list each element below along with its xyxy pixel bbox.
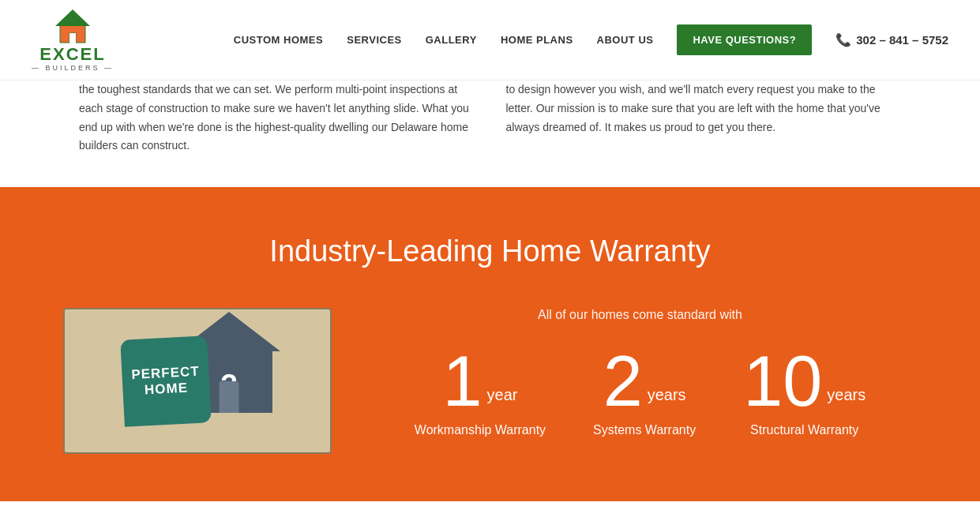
site-header: EXCEL — BUILDERS — CUSTOM HOMES SERVICES… <box>0 0 980 81</box>
phone-display: 📞 302 – 841 – 5752 <box>835 32 948 47</box>
warranty-label-3: Structural Warranty <box>750 423 858 437</box>
warranty-number-row-3: 10 years <box>743 346 865 417</box>
nav-about-us[interactable]: ABOUT US <box>597 34 654 46</box>
nav-home-plans[interactable]: HOME PLANS <box>501 34 573 46</box>
warranty-stats: All of our homes come standard with 1 ye… <box>363 308 917 437</box>
warranty-item-systems: 2 years Systems Warranty <box>593 346 696 437</box>
nav-gallery[interactable]: GALLERY <box>426 34 477 46</box>
top-col-left-text: the toughest standards that we can set. … <box>79 81 475 156</box>
svg-marker-2 <box>55 9 90 26</box>
logo[interactable]: EXCEL — BUILDERS — <box>32 8 114 72</box>
warranty-title: Industry-Leading Home Warranty <box>269 234 710 268</box>
top-col-right-text: to design however you wish, and we'll ma… <box>506 81 902 137</box>
main-nav: CUSTOM HOMES SERVICES GALLERY HOME PLANS… <box>234 24 948 55</box>
top-content-section: the toughest standards that we can set. … <box>0 81 980 187</box>
warranty-unit-2: years <box>648 386 686 404</box>
perfect-home-line1: PERFECT <box>131 363 200 383</box>
logo-text: EXCEL <box>39 46 105 63</box>
warranty-section: Industry-Leading Home Warranty PERFECT H… <box>0 187 980 501</box>
nav-custom-homes[interactable]: CUSTOM HOMES <box>234 34 323 46</box>
perfect-home-sign: PERFECT HOME <box>120 335 212 427</box>
warranty-number-3: 10 <box>743 346 822 417</box>
top-col-right: to design however you wish, and we'll ma… <box>490 81 918 156</box>
perfect-home-line2: HOME <box>145 380 189 398</box>
svg-rect-3 <box>69 33 76 43</box>
warranty-number-row-1: 1 year <box>442 346 517 417</box>
warranty-item-structural: 10 years Structural Warranty <box>743 346 865 437</box>
logo-sub: — BUILDERS — <box>32 64 114 72</box>
warranty-unit-1: year <box>487 386 518 404</box>
warranty-image: PERFECT HOME ? <box>63 308 332 454</box>
warranty-label-2: Systems Warranty <box>593 423 696 437</box>
warranty-number-1: 1 <box>442 346 482 417</box>
warranty-number-2: 2 <box>603 346 643 417</box>
warranty-items-list: 1 year Workmanship Warranty 2 years Syst… <box>363 346 917 437</box>
warranty-content: PERFECT HOME ? All of our homes come sta… <box>63 308 917 454</box>
warranty-unit-3: years <box>827 386 865 404</box>
house-door <box>220 381 239 413</box>
phone-icon: 📞 <box>835 32 851 47</box>
top-col-left: the toughest standards that we can set. … <box>63 81 490 156</box>
have-questions-button[interactable]: HAVE QUESTIONS? <box>677 24 812 55</box>
warranty-number-row-2: 2 years <box>603 346 686 417</box>
logo-icon <box>54 8 92 46</box>
warranty-subtitle: All of our homes come standard with <box>538 308 742 322</box>
nav-services[interactable]: SERVICES <box>347 34 402 46</box>
warranty-label-1: Workmanship Warranty <box>415 423 546 437</box>
phone-number: 302 – 841 – 5752 <box>856 33 948 47</box>
warranty-item-workmanship: 1 year Workmanship Warranty <box>415 346 546 437</box>
